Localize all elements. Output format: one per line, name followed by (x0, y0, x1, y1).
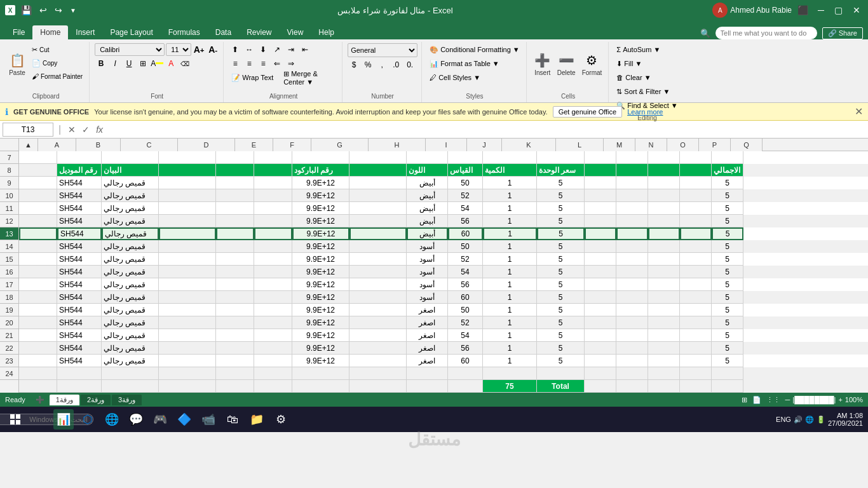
cell-M-11[interactable] (585, 202, 616, 215)
cell-A-10[interactable] (19, 189, 57, 202)
cell-A8[interactable] (19, 164, 57, 177)
cell-M-15[interactable] (585, 253, 616, 266)
cell-F-17[interactable] (254, 278, 292, 291)
cell-E-14[interactable] (216, 240, 254, 253)
share-button[interactable]: 🔗 Share (822, 27, 863, 39)
cell-C-total[interactable] (102, 380, 159, 393)
cell-B-16[interactable]: SH544 (57, 266, 102, 278)
cell-I-14[interactable]: أسود (407, 240, 448, 253)
cell-P-17[interactable] (680, 278, 712, 291)
cell-A-20[interactable] (19, 316, 57, 329)
cell-K-21[interactable]: 1 (483, 329, 537, 342)
cell-Q-23[interactable]: 5 (712, 355, 743, 367)
cell-F-22[interactable] (254, 342, 292, 355)
cell-N-18[interactable] (616, 291, 648, 304)
cell-O-total[interactable] (648, 380, 680, 393)
cell-E-16[interactable] (216, 266, 254, 278)
sheet-tab-1[interactable]: ورقة1 (50, 395, 79, 405)
cell-E-13[interactable] (216, 227, 254, 240)
insert-cells-btn[interactable]: ➕ Insert (532, 43, 553, 85)
col-header-L[interactable]: L (556, 139, 604, 151)
cell-L7[interactable] (537, 151, 585, 164)
conditional-formatting-btn[interactable]: 🎨Conditional Formatting ▼ (427, 43, 522, 56)
cut-button[interactable]: ✂Cut (29, 43, 85, 56)
cell-B-22[interactable]: SH544 (57, 342, 102, 355)
row-header-17[interactable]: 17 (0, 278, 18, 291)
cell-E8[interactable] (216, 164, 254, 177)
cell-N-19[interactable] (616, 304, 648, 316)
cell-O-19[interactable] (648, 304, 680, 316)
clear-btn[interactable]: 🗑Clear ▼ (614, 71, 653, 84)
page-layout-btn[interactable]: 📄 (752, 396, 761, 404)
cell-E-10[interactable] (216, 189, 254, 202)
cell-H-total[interactable] (349, 380, 407, 393)
cell-H-23[interactable] (349, 355, 407, 367)
cell-D7[interactable] (159, 151, 216, 164)
cell-L-21[interactable]: 5 (537, 329, 585, 342)
cell-L-20[interactable]: 5 (537, 316, 585, 329)
font-color-button[interactable]: A (165, 57, 177, 70)
paste-button[interactable]: 📋 Paste (6, 43, 28, 85)
cell-I-18[interactable]: أسود (407, 291, 448, 304)
cell-Q-17[interactable]: 5 (712, 278, 743, 291)
cell-G-18[interactable]: 9.9E+12 (292, 291, 349, 304)
cell-B-11[interactable]: SH544 (57, 202, 102, 215)
clear-formatting-button[interactable]: ⌫ (179, 57, 191, 70)
cell-F8[interactable] (254, 164, 292, 177)
row-header-15[interactable]: 15 (0, 253, 18, 266)
cell-L-10[interactable]: 5 (537, 189, 585, 202)
cell-N-13[interactable] (616, 227, 648, 240)
cell-Q-22[interactable]: 5 (712, 342, 743, 355)
comma-btn[interactable]: , (376, 58, 388, 71)
cell-I-19[interactable]: اصغر (407, 304, 448, 316)
cell-reference-input[interactable] (3, 123, 53, 137)
cell-M8[interactable] (585, 164, 616, 177)
cell-P-22[interactable] (680, 342, 712, 355)
col-header-P[interactable]: P (699, 139, 731, 151)
row-header-19[interactable]: 19 (0, 304, 18, 316)
align-left-btn[interactable]: ≡ (229, 57, 241, 70)
cell-O-23[interactable] (648, 355, 680, 367)
tab-home[interactable]: Home (32, 25, 68, 39)
cell-O-10[interactable] (648, 189, 680, 202)
cell-D-10[interactable] (159, 189, 216, 202)
taskbar-zoom[interactable]: 📹 (198, 409, 219, 430)
cell-D-11[interactable] (159, 202, 216, 215)
tab-data[interactable]: Data (208, 25, 239, 39)
cell-G-13[interactable]: 9.9E+12 (292, 227, 349, 240)
col-header-A[interactable]: A (38, 139, 76, 151)
cell-C-15[interactable]: قميص رجالي (102, 253, 159, 266)
cell-I-12[interactable]: أبيض (407, 215, 448, 227)
cell-K-23[interactable]: 1 (483, 355, 537, 367)
cell-C-24[interactable] (102, 367, 159, 380)
cell-G7[interactable] (292, 151, 349, 164)
cell-H-21[interactable] (349, 329, 407, 342)
cell-P8[interactable] (680, 164, 712, 177)
align-right-btn[interactable]: ≡ (257, 57, 269, 70)
cell-Q7[interactable] (712, 151, 743, 164)
cell-E-18[interactable] (216, 291, 254, 304)
cell-E-22[interactable] (216, 342, 254, 355)
taskbar-chrome[interactable]: 🌐 (102, 409, 122, 430)
cell-I-24[interactable] (407, 367, 448, 380)
cell-O-18[interactable] (648, 291, 680, 304)
row-header-22[interactable]: 22 (0, 342, 18, 355)
cell-H-14[interactable] (349, 240, 407, 253)
cell-G-14[interactable]: 9.9E+12 (292, 240, 349, 253)
cell-D-21[interactable] (159, 329, 216, 342)
ltr-btn[interactable]: ⇒ (285, 57, 297, 70)
cell-E-24[interactable] (216, 367, 254, 380)
cell-Q-21[interactable]: 5 (712, 329, 743, 342)
cell-G-17[interactable]: 9.9E+12 (292, 278, 349, 291)
redo-qat-btn[interactable]: ↪ (53, 5, 64, 15)
col-header-O[interactable]: O (667, 139, 699, 151)
cell-P-total[interactable] (680, 380, 712, 393)
cell-K-13[interactable]: 1 (483, 227, 537, 240)
taskbar-search[interactable]: 🔍 (29, 409, 50, 430)
cell-A-24[interactable] (19, 367, 57, 380)
notification-close-btn[interactable]: ✕ (855, 105, 863, 118)
cell-J-22[interactable]: 56 (448, 342, 483, 355)
page-break-btn[interactable]: ⋮⋮ (766, 396, 780, 404)
row-header-8[interactable]: 8 (0, 164, 18, 177)
taskbar-app1[interactable]: 🔷 (174, 409, 194, 430)
